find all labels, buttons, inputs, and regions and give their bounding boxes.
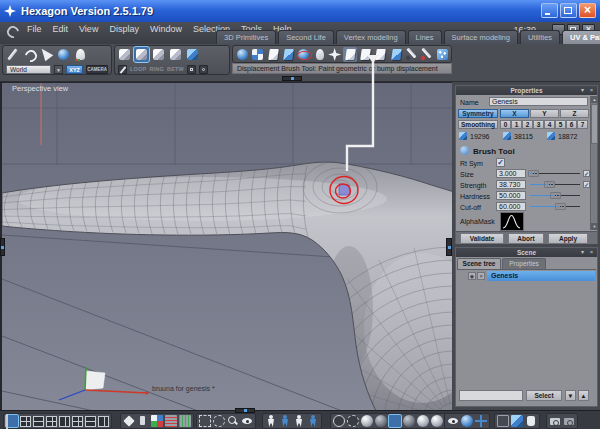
- scene-close-icon[interactable]: ×: [587, 248, 596, 257]
- size-checkbox[interactable]: ✓: [583, 170, 590, 177]
- layout-2h-icon[interactable]: [33, 416, 44, 427]
- paint-select-icon[interactable]: [118, 65, 127, 74]
- zoom-icon[interactable]: [227, 415, 239, 427]
- rgb-grid-icon[interactable]: [151, 415, 163, 427]
- size-slider[interactable]: [530, 169, 580, 178]
- layout-3v-icon[interactable]: [98, 416, 109, 427]
- shade-flat-icon[interactable]: [361, 415, 373, 427]
- smudge-brush-icon[interactable]: [373, 47, 387, 62]
- hardness-slider[interactable]: [530, 191, 580, 200]
- uv-checker-icon[interactable]: [250, 47, 264, 62]
- strength-field[interactable]: 38.730: [496, 180, 526, 189]
- xyz-button[interactable]: XYZ: [66, 65, 83, 74]
- gizmo-toggle-icon[interactable]: [475, 415, 487, 427]
- camera-button[interactable]: CAMERA: [86, 65, 108, 74]
- displacement-brush-icon[interactable]: [343, 47, 357, 62]
- shade-wireframe-icon[interactable]: [333, 415, 345, 427]
- layout-2v-icon[interactable]: [59, 416, 70, 427]
- shade-flat-lines-icon[interactable]: [375, 415, 387, 427]
- title-bar[interactable]: Hexagon Version 2.5.1.79: [0, 0, 600, 22]
- apply-button[interactable]: Apply: [548, 233, 588, 244]
- inflate-brush-icon[interactable]: [358, 47, 372, 62]
- layout-2-1-icon[interactable]: [85, 416, 96, 427]
- right-drawer-handle[interactable]: [446, 238, 452, 256]
- select-down-icon[interactable]: ▾: [565, 390, 576, 401]
- select-button[interactable]: Select: [526, 390, 562, 401]
- properties-panel-title[interactable]: Properties: [456, 86, 597, 95]
- betw-button[interactable]: BETW: [167, 66, 184, 72]
- close-button[interactable]: [579, 3, 596, 18]
- green-grid-icon[interactable]: [179, 415, 191, 427]
- alphamask-preview[interactable]: [500, 212, 524, 231]
- maximize-button[interactable]: [560, 3, 577, 18]
- menu-edit[interactable]: Edit: [53, 24, 69, 34]
- strength-slider[interactable]: [530, 180, 580, 189]
- scene-item-genesis[interactable]: Genesis: [487, 271, 595, 281]
- figure-pose-icon[interactable]: [279, 415, 291, 427]
- backface-icon[interactable]: [461, 415, 473, 427]
- smoothing-1-button[interactable]: 1: [511, 120, 522, 129]
- menu-display[interactable]: Display: [109, 24, 139, 34]
- face-mode-icon[interactable]: [151, 47, 166, 62]
- tab-surface-modeling[interactable]: Surface modeling: [444, 30, 518, 44]
- scroll-up-icon[interactable]: ▲: [591, 96, 598, 103]
- link-icon[interactable]: ✕: [477, 272, 485, 280]
- validate-button[interactable]: Validate: [460, 233, 504, 244]
- world-dropdown-arrow-icon[interactable]: ▼: [54, 65, 63, 74]
- texture-dots-icon[interactable]: [435, 47, 449, 62]
- menu-view[interactable]: View: [79, 24, 98, 34]
- tab-scene-tree[interactable]: Scene tree: [457, 258, 501, 269]
- curve-tool-icon[interactable]: [22, 47, 37, 62]
- scene-collapse-icon[interactable]: ▾: [578, 248, 587, 257]
- uv-unfold-icon[interactable]: [266, 47, 280, 62]
- smoothing-3-button[interactable]: 3: [533, 120, 544, 129]
- tab-lines[interactable]: Lines: [408, 30, 442, 44]
- material-icon[interactable]: [123, 415, 135, 427]
- tab-utilities[interactable]: Utilities: [520, 30, 560, 44]
- symmetry-z-button[interactable]: Z: [560, 109, 589, 118]
- scroll-thumb[interactable]: [591, 104, 598, 144]
- render-camera-icon[interactable]: [563, 415, 575, 427]
- viewport-canvas[interactable]: [0, 82, 452, 410]
- manipulator-ghost-icon[interactable]: [73, 47, 88, 62]
- ghost-cube-icon[interactable]: [497, 415, 509, 427]
- world-dropdown[interactable]: World: [6, 65, 51, 74]
- name-field[interactable]: Genesis: [489, 97, 588, 106]
- tab-vertex-modeling[interactable]: Vertex modeling: [336, 30, 406, 44]
- layout-3top-icon[interactable]: [46, 416, 57, 427]
- smoothing-0-button[interactable]: 0: [500, 120, 511, 129]
- minimize-button[interactable]: [541, 3, 558, 18]
- panel-close-icon[interactable]: ×: [587, 86, 596, 95]
- shade-hidden-line-icon[interactable]: [347, 415, 359, 427]
- select-circle-icon[interactable]: [213, 415, 225, 427]
- visibility-icon[interactable]: ◉: [468, 272, 476, 280]
- pen-tool-icon[interactable]: [5, 47, 20, 62]
- figure-fly-icon[interactable]: [307, 415, 319, 427]
- layout-1-2-icon[interactable]: [72, 416, 83, 427]
- app-menu-icon[interactable]: [5, 24, 22, 41]
- shade-textured-icon[interactable]: [417, 415, 429, 427]
- ghost-view-icon[interactable]: [447, 415, 459, 427]
- airbrush-icon[interactable]: [419, 47, 433, 62]
- spherical-unwrap-icon[interactable]: [296, 47, 310, 62]
- paint-brush-icon[interactable]: [404, 47, 418, 62]
- size-field[interactable]: 3.000: [496, 169, 526, 178]
- figure-walk-icon[interactable]: [293, 415, 305, 427]
- symmetry-button[interactable]: Symmetry: [458, 109, 498, 118]
- properties-scrollbar[interactable]: ▲ ▼: [590, 96, 597, 230]
- scene-panel-title[interactable]: Scene: [456, 248, 597, 257]
- left-drawer-handle[interactable]: [0, 238, 5, 256]
- facet-mode-icon[interactable]: [168, 47, 183, 62]
- shade-smooth-lines-icon[interactable]: [403, 415, 415, 427]
- pan-hand-icon[interactable]: [525, 415, 537, 427]
- smoothing-5-button[interactable]: 5: [555, 120, 566, 129]
- tab-3d-primitives[interactable]: 3D Primitives: [216, 30, 276, 44]
- edge-mode-icon[interactable]: [134, 47, 149, 62]
- menu-window[interactable]: Window: [150, 24, 182, 34]
- sphere-tool-icon[interactable]: [56, 47, 71, 62]
- ring-button[interactable]: RING: [149, 66, 164, 72]
- object-mode-icon[interactable]: [185, 47, 200, 62]
- scroll-down-icon[interactable]: ▼: [591, 223, 598, 230]
- tab-uv-paint[interactable]: UV & Paint: [562, 30, 600, 44]
- select-up-icon[interactable]: ▴: [578, 390, 589, 401]
